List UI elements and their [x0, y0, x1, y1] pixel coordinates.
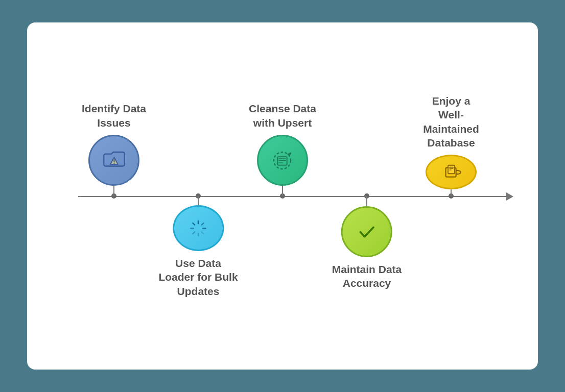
label-loader: Use Data Loader for Bulk Updates	[158, 256, 238, 298]
svg-rect-8	[448, 165, 455, 174]
connector-identify	[113, 186, 114, 196]
timeline-line	[78, 196, 507, 197]
bottom-item-loader: Use Data Loader for Bulk Updates	[158, 196, 238, 298]
connector-loader	[198, 196, 199, 205]
icon-enjoy	[426, 155, 477, 189]
timeline-wrapper: Identify Data Issues Cleanse Data with U…	[53, 94, 512, 298]
svg-rect-3	[279, 158, 287, 159]
label-enjoy: Enjoy a Well- Maintained Database	[420, 94, 482, 150]
icon-cleanse	[257, 135, 308, 186]
connector-accuracy	[366, 196, 367, 206]
svg-point-1	[113, 162, 114, 163]
cup-icon	[437, 158, 465, 186]
svg-rect-4	[279, 160, 287, 161]
connector-cleanse	[282, 186, 283, 196]
svg-rect-5	[279, 162, 284, 163]
svg-line-16	[193, 232, 195, 234]
top-item-identify: Identify Data Issues	[82, 94, 146, 196]
main-container: Identify Data Issues Cleanse Data with U…	[27, 22, 538, 370]
refresh-data-icon	[269, 146, 297, 175]
label-cleanse: Cleanse Data with Upsert	[249, 102, 316, 130]
icon-loader	[173, 205, 224, 251]
top-item-cleanse: Cleanse Data with Upsert	[249, 94, 316, 196]
label-accuracy: Maintain Data Accuracy	[332, 262, 402, 290]
svg-line-14	[202, 232, 204, 234]
spinner-icon	[184, 214, 213, 242]
top-item-enjoy: Enjoy a Well- Maintained Database	[420, 94, 482, 196]
svg-line-15	[202, 223, 204, 225]
icon-accuracy	[341, 206, 392, 257]
connector-enjoy	[451, 189, 452, 196]
folder-warning-icon	[100, 146, 128, 175]
checkmark-icon	[353, 218, 381, 246]
icon-identify	[88, 135, 139, 186]
bottom-item-accuracy: Maintain Data Accuracy	[332, 196, 402, 298]
label-identify: Identify Data Issues	[82, 102, 146, 130]
svg-line-13	[193, 223, 195, 225]
